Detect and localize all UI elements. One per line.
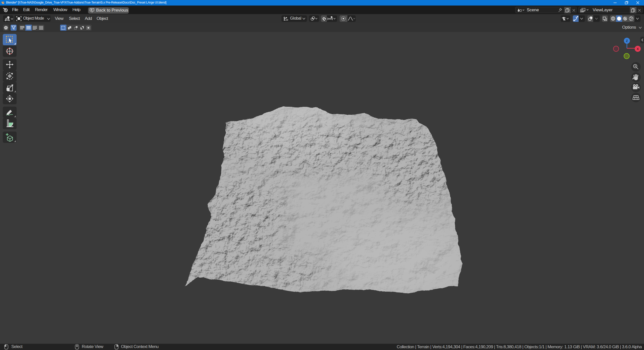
svg-text:Z: Z (626, 39, 628, 43)
svg-text:X: X (637, 47, 639, 51)
